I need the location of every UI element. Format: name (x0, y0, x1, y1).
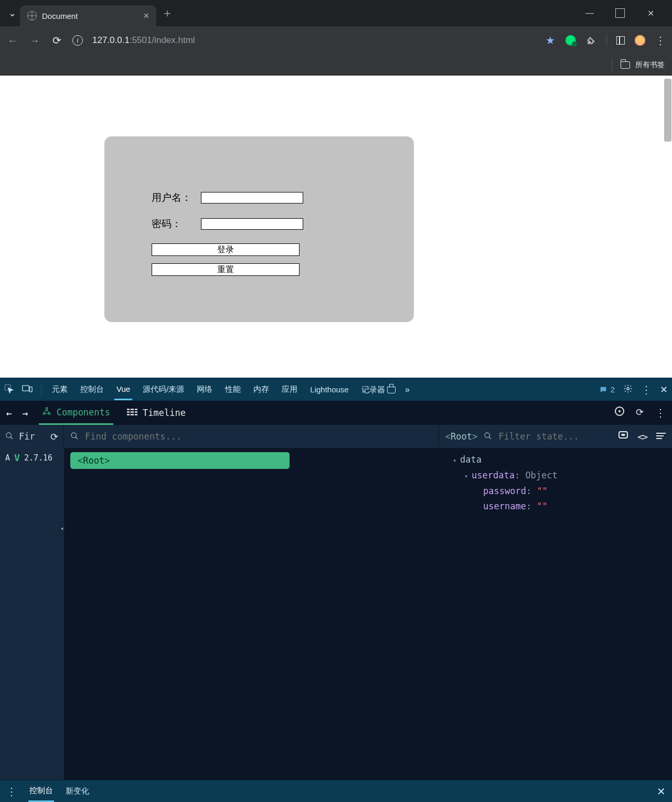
select-target-icon[interactable] (615, 407, 624, 416)
state-options-icon[interactable] (656, 431, 666, 442)
tab-recorder[interactable]: 记录器 (359, 379, 397, 400)
app-entry[interactable]: A V 2.7.16 (5, 452, 59, 463)
window-close-button[interactable]: ✕ (646, 8, 655, 18)
app-filter-input[interactable] (19, 431, 45, 442)
tab-application[interactable]: 应用 (280, 379, 300, 400)
search-icon (5, 432, 14, 442)
extensions-icon[interactable] (585, 35, 597, 46)
timeline-label: Timeline (143, 408, 186, 418)
all-bookmarks-button[interactable]: 所有书签 (635, 60, 665, 70)
tab-timeline[interactable]: Timeline (124, 402, 189, 423)
messages-badge[interactable]: 2 (599, 385, 615, 394)
open-in-editor-icon[interactable]: <> (637, 431, 647, 442)
password-input[interactable] (201, 218, 303, 230)
tree-node-root[interactable]: <Root> (70, 452, 290, 469)
new-tab-button[interactable]: ＋ (162, 5, 173, 21)
tab-search-button[interactable]: ⌄ (4, 7, 20, 19)
components-icon (42, 407, 51, 418)
forward-button[interactable]: → (28, 35, 41, 47)
reset-button[interactable]: 重置 (152, 263, 300, 276)
tab-sources[interactable]: 源代码/来源 (141, 379, 186, 400)
back-button[interactable]: ← (6, 35, 19, 47)
reload-button[interactable]: ⟳ (50, 34, 63, 47)
drawer-tab-whatsnew[interactable]: 新变化 (66, 786, 89, 796)
devtools-menu-button[interactable]: ⋮ (641, 383, 652, 396)
drawer-close-button[interactable]: ✕ (657, 785, 666, 798)
state-key-userdata[interactable]: userdata (472, 470, 515, 480)
tab-components[interactable]: Components (39, 401, 113, 425)
bookmark-star-icon[interactable]: ★ (545, 35, 556, 46)
svg-rect-10 (130, 409, 131, 416)
browser-menu-button[interactable]: ⋮ (655, 34, 666, 47)
refresh-button[interactable]: ⟳ (636, 407, 644, 419)
extension-green-icon[interactable] (566, 35, 576, 46)
folder-icon (621, 61, 630, 69)
window-maximize-button[interactable] (615, 8, 625, 18)
scrollbar-thumb[interactable] (664, 79, 671, 142)
tab-vue[interactable]: Vue (114, 379, 132, 400)
state-type: Object (525, 470, 557, 480)
vuedev-topbar: ← → Components Timeline ⟳ ⋮ (0, 401, 672, 425)
tab-lighthouse[interactable]: Lighthouse (308, 380, 350, 399)
drawer-tab-console[interactable]: 控制台 (28, 781, 54, 802)
svg-rect-1 (23, 386, 29, 391)
tab-console[interactable]: 控制台 (78, 379, 106, 400)
username-input[interactable] (201, 192, 303, 204)
login-button[interactable]: 登录 (152, 243, 300, 256)
profile-avatar[interactable] (634, 35, 646, 46)
state-val-password: "" (537, 486, 547, 496)
settings-icon[interactable] (623, 384, 633, 395)
vuedev-menu-button[interactable]: ⋮ (655, 407, 666, 419)
username-label: 用户名： (152, 191, 201, 205)
svg-rect-9 (127, 414, 137, 415)
state-key-password[interactable]: password (483, 486, 526, 496)
page-viewport: 用户名： 密码： 登录 重置 (0, 76, 672, 378)
drawer-menu-button[interactable]: ⋮ (6, 785, 17, 798)
vue-version: 2.7.16 (24, 453, 52, 463)
find-components-input[interactable] (85, 431, 432, 442)
state-key-username[interactable]: username (483, 501, 526, 511)
password-label: 密码： (152, 217, 201, 231)
svg-point-14 (485, 433, 489, 437)
state-section-label[interactable]: data (460, 454, 482, 465)
flask-icon (387, 384, 394, 392)
bookmarks-bar: 所有书签 (0, 55, 672, 76)
tab-network[interactable]: 网络 (195, 379, 215, 400)
vue-logo-icon: V (14, 452, 20, 463)
address-bar[interactable]: 127.0.0.1:5501/index.html (92, 35, 195, 46)
tab-memory[interactable]: 内存 (251, 379, 271, 400)
filter-state-input[interactable] (498, 431, 612, 442)
svg-point-5 (43, 412, 45, 414)
panel-resize-handle[interactable]: ◂ (59, 521, 65, 535)
state-val-username: "" (537, 501, 547, 511)
inspect-element-icon[interactable] (4, 384, 14, 395)
svg-point-3 (627, 388, 630, 390)
browser-tabstrip: ⌄ Document × ＋ — ✕ (0, 0, 672, 26)
svg-rect-7 (127, 409, 137, 410)
login-card: 用户名： 密码： 登录 重置 (104, 136, 414, 322)
search-icon (70, 432, 79, 442)
devtools-tabbar: 元素 控制台 Vue 源代码/来源 网络 性能 内存 应用 Lighthouse… (0, 378, 672, 401)
tab-performance[interactable]: 性能 (223, 379, 243, 400)
history-forward-button[interactable]: → (23, 408, 28, 419)
app-refresh-button[interactable]: ⟳ (50, 431, 58, 442)
messages-count: 2 (611, 385, 615, 394)
device-toolbar-icon[interactable] (22, 384, 33, 395)
devtools-close-button[interactable]: ✕ (660, 384, 668, 395)
components-label: Components (57, 407, 110, 418)
search-icon (484, 432, 492, 442)
inspect-dom-icon[interactable] (618, 431, 628, 439)
close-tab-button[interactable]: × (143, 10, 149, 22)
sidepanel-icon[interactable] (616, 36, 625, 45)
toolbar-divider (606, 35, 607, 46)
browser-toolbar: ← → ⟳ i 127.0.0.1:5501/index.html ★ ⋮ (0, 26, 672, 55)
site-info-icon[interactable]: i (72, 35, 83, 46)
history-back-button[interactable]: ← (6, 408, 12, 419)
browser-tab[interactable]: Document × (20, 5, 156, 26)
tab-elements[interactable]: 元素 (50, 379, 70, 400)
selected-component-label: <Root> (445, 431, 477, 442)
more-tabs-button[interactable]: » (405, 385, 410, 394)
window-minimize-button[interactable]: — (585, 8, 594, 18)
svg-rect-11 (134, 409, 135, 416)
svg-point-13 (71, 433, 76, 437)
